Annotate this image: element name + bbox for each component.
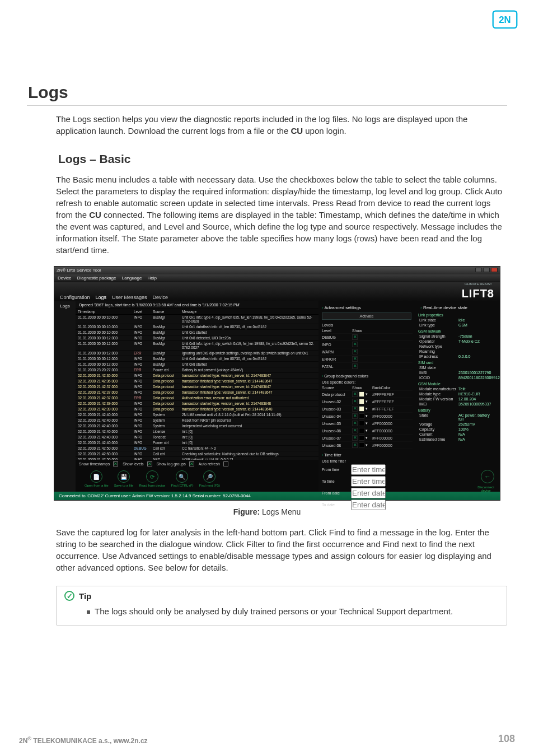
app-screenshot: 2N® Lift8 Service Tool Device Diagnostic… bbox=[54, 266, 507, 501]
action-button[interactable]: 🔎Find next (F3) bbox=[199, 470, 220, 487]
action-button[interactable]: 🔍Find (CTRL+F) bbox=[171, 470, 193, 487]
rt-sim-section: SIM card bbox=[418, 361, 498, 365]
bg-check[interactable] bbox=[352, 391, 358, 397]
level-check[interactable] bbox=[352, 363, 358, 369]
table-row[interactable]: 02.01.2000 21:42:40.000INFOSystemIndepen… bbox=[76, 423, 318, 429]
show-levels-check[interactable] bbox=[147, 461, 152, 466]
col-timestamp[interactable]: Timestamp bbox=[78, 310, 134, 314]
table-row[interactable]: 01.01.2000 00:00:10.000INFOBusMgrUnit 0x… bbox=[76, 330, 318, 335]
table-row[interactable]: 02.01.2000 21:42:40.000INFOPower ctrlini… bbox=[76, 440, 318, 446]
table-row[interactable]: 02.01.2000 21:42:40.000INFOSystem2N Lift… bbox=[76, 412, 318, 418]
action-button[interactable]: ⟳Read from device bbox=[139, 470, 165, 487]
col-level[interactable]: Level bbox=[134, 310, 153, 314]
table-row[interactable]: 01.01.2000 00:00:10.000INFOBusMgrUnit 0x… bbox=[76, 315, 318, 324]
show-timestamps-label: Show timestamps bbox=[79, 462, 110, 466]
bg-check[interactable] bbox=[352, 435, 358, 441]
table-row[interactable]: 02.01.2000 21:42:40.000INFOSystemReset f… bbox=[76, 418, 318, 423]
tip-check-icon: ✓ bbox=[64, 591, 74, 601]
property-row: Link typeGSM bbox=[417, 323, 498, 328]
realtime-header[interactable]: Real-time device state bbox=[420, 305, 498, 310]
table-row[interactable]: 02.01.2000 21:42:37.000ERRData protocolA… bbox=[76, 395, 318, 401]
time-filter-row: From time bbox=[322, 464, 411, 475]
levels-head-level: Level bbox=[322, 329, 352, 333]
table-row[interactable]: 01.01.2000 00:00:12.000INFOBusMgrUnit 0x… bbox=[76, 362, 318, 367]
advanced-settings-header[interactable]: Advanced settings bbox=[322, 305, 415, 310]
time-filter-row: From date bbox=[322, 488, 411, 498]
menu-language[interactable]: Language bbox=[122, 276, 142, 281]
bg-row: Unused-07▾#FF000000 bbox=[321, 435, 413, 442]
auto-refresh-check[interactable] bbox=[223, 461, 228, 466]
bg-check[interactable] bbox=[352, 442, 358, 448]
table-row[interactable]: 02.01.2000 21:42:39.000INFOData protocol… bbox=[76, 401, 318, 407]
table-row[interactable]: 01.01.2000 00:00:12.000ERRBusMgrIgnoring… bbox=[76, 351, 318, 356]
table-row[interactable]: 02.01.2000 21:42:39.000INFOData protocol… bbox=[76, 407, 318, 412]
tab-device[interactable]: Device bbox=[153, 295, 168, 300]
bg-check[interactable] bbox=[352, 421, 358, 426]
level-check[interactable] bbox=[352, 334, 358, 340]
level-check[interactable] bbox=[352, 349, 358, 354]
bg-row: Unused-08▾#FF000000 bbox=[321, 442, 413, 449]
table-row[interactable]: 02.01.2000 21:42:37.000INFOData protocol… bbox=[76, 384, 318, 390]
col-message[interactable]: Message bbox=[182, 310, 316, 314]
close-icon[interactable] bbox=[491, 268, 498, 272]
footer-company: 2N® TELEKOMUNIKACE a.s., www.2n.cz bbox=[19, 736, 148, 745]
show-timestamps-check[interactable] bbox=[113, 461, 118, 466]
tab-user-messages[interactable]: User Messages bbox=[112, 295, 147, 300]
tip-title: Tip bbox=[79, 591, 91, 601]
maximize-icon[interactable] bbox=[483, 268, 490, 272]
table-row[interactable]: 01.01.2000 00:00:12.000INFOBusMgrUnit 0x… bbox=[76, 356, 318, 362]
minimize-icon[interactable] bbox=[475, 268, 482, 272]
property-row: IMEI352891030095337 bbox=[417, 402, 498, 407]
time-filter-input[interactable] bbox=[351, 464, 386, 475]
rt-gsm-module-section: GSM Module bbox=[418, 382, 498, 386]
level-check[interactable] bbox=[352, 342, 358, 347]
bg-head-source: Source bbox=[322, 386, 352, 390]
tip-text: The logs should only be analysed by duly… bbox=[95, 606, 453, 616]
property-row: CurrentN/A bbox=[417, 432, 498, 437]
table-row[interactable]: 02.01.2000 21:42:50.000DEBUGCall ctrlCC … bbox=[76, 446, 318, 451]
table-row[interactable]: 01.01.2000 00:00:12.000INFOBusMgrUnit 0x… bbox=[76, 335, 318, 341]
col-source[interactable]: Source bbox=[153, 310, 182, 314]
tip-box: ✓ Tip The logs should only be analysed b… bbox=[56, 586, 507, 626]
footer-page-number: 108 bbox=[498, 733, 515, 745]
table-row[interactable]: 01.01.2000 00:00:12.000INFOBusMgrUnit 0x… bbox=[76, 341, 318, 351]
bg-check[interactable] bbox=[352, 399, 358, 404]
table-row[interactable]: 02.01.2000 21:42:40.000INFOLicenseinit: … bbox=[76, 429, 318, 435]
level-check[interactable] bbox=[352, 356, 358, 362]
tab-logs[interactable]: Logs bbox=[96, 295, 107, 300]
figure-caption: Figure: Logs Menu bbox=[27, 507, 507, 516]
show-groups-check[interactable] bbox=[189, 461, 194, 466]
property-row: Module manufacturerTelit bbox=[417, 386, 498, 391]
after-figure-text: Save the captured log for later analysis… bbox=[56, 526, 507, 573]
level-row: FATAL bbox=[321, 363, 413, 370]
bg-check[interactable] bbox=[352, 406, 358, 412]
left-nav-logs[interactable]: Logs bbox=[54, 301, 76, 492]
action-button[interactable]: 💾Save to a file bbox=[114, 470, 134, 487]
menu-diagnostic[interactable]: Diagnostic package bbox=[77, 276, 116, 281]
bg-row: Unused-06▾#FF000000 bbox=[321, 427, 413, 435]
bg-row: Data protocol▾#FFFFEFEF bbox=[321, 391, 413, 398]
menu-bar: Device Diagnostic package Language Help bbox=[54, 274, 500, 282]
time-filter-input[interactable] bbox=[351, 488, 386, 498]
menu-device[interactable]: Device bbox=[58, 276, 71, 281]
table-row[interactable]: 02.01.2000 21:42:40.000INFOTonedetinit: … bbox=[76, 435, 318, 440]
property-row: StateAC power, battery full bbox=[417, 413, 498, 422]
auto-refresh-label: Auto refresh bbox=[199, 462, 220, 466]
tab-configuration[interactable]: Configuration bbox=[60, 295, 90, 300]
bg-check[interactable] bbox=[352, 413, 358, 419]
table-row[interactable]: 02.01.2000 21:42:36.000INFOData protocol… bbox=[76, 373, 318, 379]
property-row: Network type bbox=[417, 344, 498, 349]
property-row: Capacity100% bbox=[417, 427, 498, 432]
table-row[interactable]: 02.01.2000 21:42:37.000INFOData protocol… bbox=[76, 390, 318, 395]
bg-check[interactable] bbox=[352, 428, 358, 433]
menu-help[interactable]: Help bbox=[148, 276, 157, 281]
time-filter-input[interactable] bbox=[351, 500, 386, 510]
bg-head-show: Show bbox=[352, 386, 359, 390]
table-row[interactable]: 02.01.2000 21:42:50.000INFOCall ctrlChec… bbox=[76, 451, 318, 457]
action-button[interactable]: 📄Open from a file bbox=[85, 470, 109, 487]
table-row[interactable]: 02.01.2000 21:42:36.000INFOData protocol… bbox=[76, 379, 318, 384]
activate-button[interactable]: Activate bbox=[322, 312, 411, 320]
table-row[interactable]: 01.01.2000 23:20:27.000ERRPower ctrlBatt… bbox=[76, 367, 318, 373]
time-filter-input[interactable] bbox=[351, 476, 386, 487]
table-row[interactable]: 01.01.2000 00:00:10.000INFOBusMgrUnit 0x… bbox=[76, 324, 318, 330]
